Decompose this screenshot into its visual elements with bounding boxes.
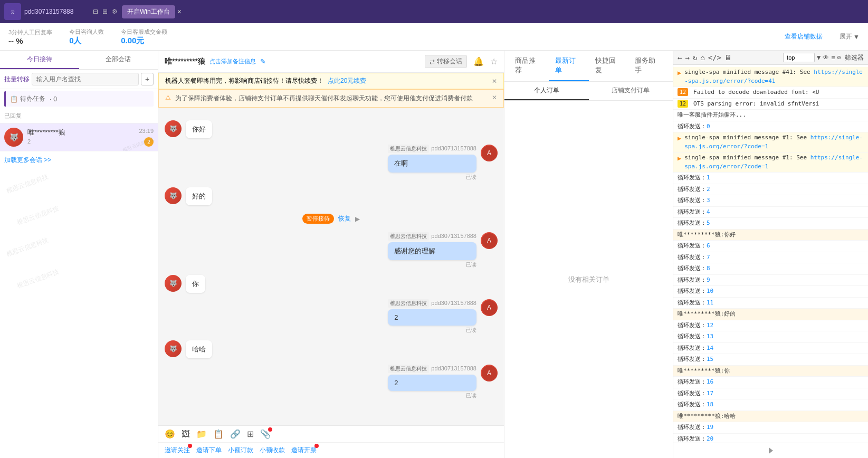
grid-icon[interactable]: ⊞ xyxy=(247,429,254,439)
add-chat-button[interactable]: + xyxy=(141,73,154,85)
main-content: 今日接待 全部会话 批量转移 + 📋 待办任务 · 0 已回复 🐺 唯*****… xyxy=(0,51,868,458)
log-row-loop-8: 循环发送：8 xyxy=(673,263,868,275)
msg-bubble-7: 哈哈 xyxy=(186,340,212,358)
devtools-reload-icon[interactable]: ↻ xyxy=(693,53,697,62)
log-link-3[interactable]: https://single-spa.js.org/error/?code=1 xyxy=(684,154,863,170)
tab-service-assistant[interactable]: 服务助手 xyxy=(628,51,669,81)
msg-read-4: 已读 xyxy=(388,261,476,269)
tab-all[interactable]: 全部会话 xyxy=(79,51,158,69)
close-win-button[interactable]: × xyxy=(177,7,182,16)
devtools-filter-icon[interactable]: ≡ xyxy=(831,54,835,61)
image-icon[interactable]: 🖼 xyxy=(182,430,190,439)
log-row-warn-2: ▶ single-spa minified message #1: See ht… xyxy=(673,132,868,152)
folder-icon[interactable]: 📁 xyxy=(196,429,207,439)
search-input[interactable] xyxy=(32,73,139,85)
msg-read-8: 已读 xyxy=(388,392,476,399)
log-link-2[interactable]: https://single-spa.js.org/error/?code=1 xyxy=(684,134,863,150)
visitors-stat: 今日咨询人数 0人 xyxy=(69,28,104,46)
tab-personal-order[interactable]: 个人订单 xyxy=(504,82,589,100)
notice-text: 机器人套餐即将用完，将影响商店铺接待！请尽快续费！ xyxy=(165,77,323,85)
notice-bar: 机器人套餐即将用完，将影响商店铺接待！请尽快续费！ 点此20元续费 ✕ xyxy=(158,73,504,89)
visitors-label: 今日咨询人数 xyxy=(69,28,104,36)
tab-latest-order[interactable]: 最新订单 xyxy=(549,51,589,81)
paused-notice: 暂停接待 恢复 ▶ xyxy=(165,214,498,224)
attachment-icon[interactable]: 📎 xyxy=(260,429,271,439)
star-icon[interactable]: ☆ xyxy=(490,56,498,66)
view-data-button[interactable]: 查看店铺数据 xyxy=(785,32,823,41)
notice-link[interactable]: 点此20元续费 xyxy=(328,77,366,85)
devtools-funnel-icon[interactable]: ⊘ 筛选器 xyxy=(837,53,864,62)
msg-avatar-left-7: 🐺 xyxy=(165,340,182,357)
devtools-home-icon[interactable]: ⌂ xyxy=(700,53,704,62)
log-row-highlight-2: 唯*********狼:好的 xyxy=(673,309,868,320)
devtools-filter-input[interactable] xyxy=(783,53,815,62)
log-row-loop-19: 循环发送：19 xyxy=(673,422,868,434)
log-row-loop-13: 循环发送：13 xyxy=(673,331,868,343)
invite-invoice-button[interactable]: 邀请开票 xyxy=(291,446,317,455)
log-number-0[interactable]: 0 xyxy=(707,123,710,130)
chat-avatar: 🐺 xyxy=(4,128,23,147)
svg-text:云: 云 xyxy=(11,10,15,15)
resume-link[interactable]: 恢复 xyxy=(338,214,351,223)
alert-icon[interactable]: 🔔 xyxy=(473,56,484,66)
log-row-badge-1: 12 Failed to decode downloaded font: <U xyxy=(673,87,868,99)
tab-quick-reply[interactable]: 快捷回复 xyxy=(589,51,629,81)
msg-content-5: 你 xyxy=(186,275,205,293)
chat-list-item[interactable]: 🐺 唯*********狼 2 23:19 2 椎思云信息科技 xyxy=(0,123,158,151)
devtools-code-icon[interactable]: </> xyxy=(708,53,721,62)
reply-rate-stat: 3分钟人工回复率 -- % xyxy=(8,28,52,45)
topbar-settings-icon[interactable]: ⚙ xyxy=(112,8,118,15)
message-row-4: A 椎思云信息科技 pdd30713157888 感谢您的理解 已读 xyxy=(165,232,498,269)
tab-today[interactable]: 今日接待 xyxy=(0,51,79,69)
log-link-1[interactable]: https://single-spa.js.org/error/?code=41 xyxy=(684,69,863,84)
topbar-icon-1[interactable]: ⊟ xyxy=(93,8,98,15)
warning-close-button[interactable]: ✕ xyxy=(492,94,497,101)
badge-orange-1: 12 xyxy=(678,88,688,96)
msg-avatar-agent-2: A xyxy=(481,145,498,161)
quick-actions: 邀请关注 邀请下单 小额订款 小额收款 邀请开票 xyxy=(158,443,504,458)
notice-close-button[interactable]: ✕ xyxy=(492,78,497,85)
batch-transfer-label[interactable]: 批量转移 xyxy=(4,75,30,84)
link-icon[interactable]: 🔗 xyxy=(230,429,241,439)
invite-follow-button[interactable]: 邀请关注 xyxy=(165,446,190,455)
devtools-filter-dropdown[interactable]: ▼ xyxy=(817,54,821,61)
devtools-back-icon[interactable]: ← xyxy=(678,53,682,62)
chat-preview: 2 xyxy=(27,138,135,145)
devtools-bottom xyxy=(673,443,868,458)
todo-section: 📋 待办任务 · 0 xyxy=(4,91,154,107)
chat-note[interactable]: 点击添加备注信息 xyxy=(209,58,256,65)
topbar-icon-2[interactable]: ⊞ xyxy=(102,8,108,15)
tab-product-recommend[interactable]: 商品推荐 xyxy=(509,51,549,81)
log-text-badge-2: OTS parsing error: invalid sfntVersi xyxy=(693,100,864,109)
message-row-7: 🐺 哈哈 xyxy=(165,340,498,358)
log-text-badge-1: Failed to decode downloaded font: <U xyxy=(693,88,864,97)
devtools-collapse-button[interactable] xyxy=(769,447,773,454)
msg-bubble-6: 2 xyxy=(388,309,476,326)
emoji-icon[interactable]: 😊 xyxy=(165,429,175,439)
wm3: 椎思云信息科技 xyxy=(5,235,50,259)
devtools-eye-icon[interactable]: 👁 xyxy=(823,54,829,61)
load-more-button[interactable]: 加载更多会话 >> xyxy=(0,151,158,169)
msg-bubble-1: 你好 xyxy=(186,120,212,138)
wm4: 椎思云信息科技 xyxy=(16,267,61,291)
transfer-button[interactable]: ⇄ 转移会话 xyxy=(425,55,467,68)
agent-tag-4: 椎思云信息科技 xyxy=(388,232,429,241)
invite-order-button[interactable]: 邀请下单 xyxy=(196,446,222,455)
expand-button[interactable]: 展开 ▼ xyxy=(840,32,860,41)
edit-note-icon[interactable]: ✎ xyxy=(260,58,266,65)
small-collect-button[interactable]: 小额收款 xyxy=(260,446,285,455)
small-pay-button[interactable]: 小额订款 xyxy=(228,446,253,455)
todo-icon: 📋 xyxy=(10,96,18,103)
message-row-3: 🐺 好的 xyxy=(165,187,498,205)
tab-store-pay-order[interactable]: 店铺支付订单 xyxy=(589,82,673,100)
message-row-1: 🐺 你好 xyxy=(165,120,498,138)
log-text-warn-3: single-spa minified message #1: See http… xyxy=(684,154,864,171)
svg-text:A: A xyxy=(487,369,491,377)
devtools-monitor-icon[interactable]: 🖥 xyxy=(724,53,732,62)
svg-text:A: A xyxy=(487,237,491,244)
clipboard-icon[interactable]: 📋 xyxy=(213,429,224,439)
win-work-button[interactable]: 开启Win工作台 xyxy=(122,5,175,18)
log-row-loop-2: 循环发送：2 xyxy=(673,184,868,196)
sidebar-search: 批量转移 + xyxy=(0,70,158,89)
devtools-forward-icon[interactable]: → xyxy=(685,53,689,62)
